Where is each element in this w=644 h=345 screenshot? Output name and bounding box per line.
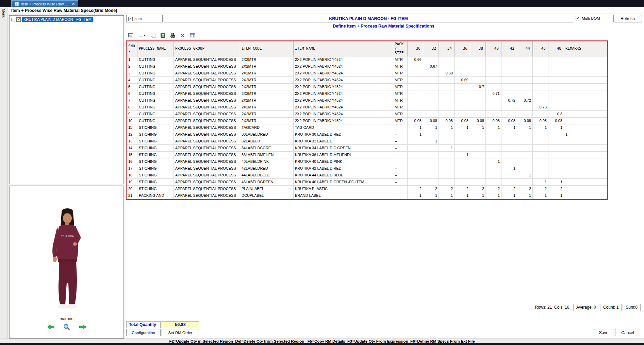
open-form-icon[interactable] xyxy=(127,32,134,39)
grid-cell[interactable] xyxy=(423,110,439,117)
grid-column-header[interactable]: PACK / SIZE xyxy=(393,41,408,56)
grid-cell[interactable] xyxy=(439,158,455,165)
grid-cell[interactable] xyxy=(455,172,470,178)
grid-cell[interactable] xyxy=(470,144,486,151)
grid-cell[interactable] xyxy=(533,165,548,172)
grid-cell[interactable]: 42LABELDRED xyxy=(240,165,294,172)
grid-cell[interactable] xyxy=(564,158,607,165)
grid-cell[interactable] xyxy=(501,151,517,158)
grid-cell[interactable]: 4 xyxy=(127,76,137,83)
grid-cell[interactable] xyxy=(501,110,517,117)
grid-cell[interactable]: STICHING xyxy=(137,124,174,131)
grid-column-header[interactable]: PROCESS NAME xyxy=(137,41,174,56)
grid-cell[interactable] xyxy=(470,178,486,185)
grid-cell[interactable]: MTR xyxy=(393,76,408,83)
grid-cell[interactable]: 1 xyxy=(423,124,439,131)
grid-cell[interactable]: 2 xyxy=(470,185,486,192)
grid-cell[interactable]: 13 xyxy=(127,138,137,144)
grid-cell[interactable]: 0.67 xyxy=(423,63,439,70)
grid-cell[interactable]: 2X2MTR xyxy=(240,104,294,110)
grid-cell[interactable]: MTR xyxy=(393,104,408,110)
grid-cell[interactable]: APPAREL SEQUENTIAL PROCESS xyxy=(174,138,240,144)
grid-cell[interactable]: APPAREL SEQUENTIAL PROCESS xyxy=(174,165,240,172)
grid-cell[interactable] xyxy=(548,144,564,151)
grid-cell[interactable] xyxy=(455,138,470,144)
grid-cell[interactable]: APPAREL SEQUENTIAL PROCESS xyxy=(174,158,240,165)
grid-cell[interactable] xyxy=(470,90,486,97)
grid-cell[interactable] xyxy=(517,90,533,97)
grid-cell[interactable] xyxy=(548,165,564,172)
grid-cell[interactable]: 2X2 POPLIN FABRIC Y4524 xyxy=(294,104,393,110)
grid-cell[interactable]: KRUTIKA 36 LABEL D MEHENDI xyxy=(294,151,393,158)
grid-cell[interactable]: APPAREL SEQUENTIAL PROCESS xyxy=(174,144,240,151)
grid-cell[interactable] xyxy=(533,70,548,76)
grid-cell[interactable] xyxy=(470,56,486,63)
grid-cell[interactable] xyxy=(517,178,533,185)
grid-cell[interactable] xyxy=(501,104,517,110)
grid-cell[interactable]: 1 xyxy=(501,165,517,172)
grid-cell[interactable] xyxy=(486,76,501,83)
grid-cell[interactable]: 2X2MTR xyxy=(240,56,294,63)
grid-cell[interactable]: -- xyxy=(393,178,408,185)
grid-cell[interactable]: 0.08 xyxy=(423,117,439,124)
grid-cell[interactable] xyxy=(533,83,548,90)
grid-cell[interactable]: 3 xyxy=(127,70,137,76)
grid-cell[interactable]: MTR xyxy=(393,56,408,63)
grid-cell[interactable] xyxy=(470,138,486,144)
grid-cell[interactable] xyxy=(548,97,564,104)
grid-cell[interactable] xyxy=(423,172,439,178)
grid-cell[interactable]: 1 xyxy=(533,192,548,199)
grid-cell[interactable]: 1 xyxy=(517,172,533,178)
grid-cell[interactable]: CUTTING xyxy=(137,117,174,124)
grid-cell[interactable]: APPAREL SEQUENTIAL PROCESS xyxy=(174,90,240,97)
grid-cell[interactable]: PACKING AND xyxy=(137,192,174,199)
configuration-button[interactable]: Configuration xyxy=(126,329,161,336)
selected-item-field[interactable]: KRUTIKA PLAIN D MAROON - FG ITEM xyxy=(164,15,573,22)
grid-cell[interactable]: 1 xyxy=(517,124,533,131)
grid-cell[interactable]: MTR xyxy=(393,83,408,90)
grid-cell[interactable]: 1 xyxy=(486,158,501,165)
grid-cell[interactable]: 2 xyxy=(548,185,564,192)
grid-cell[interactable] xyxy=(548,104,564,110)
grid-cell[interactable]: APPAREL SEQUENTIAL PROCESS xyxy=(174,97,240,104)
grid-column-header[interactable]: 40 xyxy=(486,41,501,56)
grid-cell[interactable] xyxy=(423,83,439,90)
grid-cell[interactable]: 2X2MTR xyxy=(240,110,294,117)
grid-column-header[interactable]: 46 xyxy=(533,41,548,56)
grid-cell[interactable]: 2X2MTR xyxy=(240,90,294,97)
grid-cell[interactable]: 2 xyxy=(486,185,501,192)
grid-cell[interactable]: KRUTIKA 46 LABEL D GREEN -FG ITEM xyxy=(294,178,393,185)
grid-cell[interactable] xyxy=(439,131,455,138)
grid-cell[interactable] xyxy=(455,110,470,117)
grid-cell[interactable] xyxy=(548,131,564,138)
grid-cell[interactable]: CUTTING xyxy=(137,63,174,70)
grid-cell[interactable]: 1 xyxy=(564,131,607,138)
grid-cell[interactable]: -- xyxy=(393,151,408,158)
set-rm-order-button[interactable]: Set RM Order xyxy=(162,329,199,336)
grid-cell[interactable]: 18 xyxy=(127,172,137,178)
grid-cell[interactable]: CUTTING xyxy=(137,83,174,90)
grid-cell[interactable] xyxy=(455,90,470,97)
grid-cell[interactable] xyxy=(517,158,533,165)
grid-cell[interactable]: 1 xyxy=(501,192,517,199)
grid-cell[interactable] xyxy=(470,151,486,158)
grid-cell[interactable] xyxy=(564,144,607,151)
grid-cell[interactable]: 1 xyxy=(408,192,423,199)
grid-cell[interactable] xyxy=(548,138,564,144)
grid-cell[interactable] xyxy=(408,83,423,90)
grid-cell[interactable]: 40LABELDPINK xyxy=(240,158,294,165)
grid-cell[interactable]: 1 xyxy=(408,124,423,131)
grid-cell[interactable]: 0.72 xyxy=(517,97,533,104)
grid-cell[interactable] xyxy=(501,63,517,70)
grid-cell[interactable]: KRUTIKA ELASTIC xyxy=(294,185,393,192)
grid-cell[interactable]: 9 xyxy=(127,110,137,117)
prev-image-arrow-icon[interactable] xyxy=(47,324,54,331)
grid-cell[interactable] xyxy=(455,63,470,70)
grid-cell[interactable] xyxy=(548,76,564,83)
grid-cell[interactable]: 44LABELDBLUE xyxy=(240,172,294,178)
grid-cell[interactable] xyxy=(533,144,548,151)
grid-cell[interactable] xyxy=(439,172,455,178)
grid-cell[interactable] xyxy=(501,90,517,97)
grid-cell[interactable]: 20 xyxy=(127,185,137,192)
grid-cell[interactable]: 2X2 POPLIN FABRIC Y4524 xyxy=(294,63,393,70)
